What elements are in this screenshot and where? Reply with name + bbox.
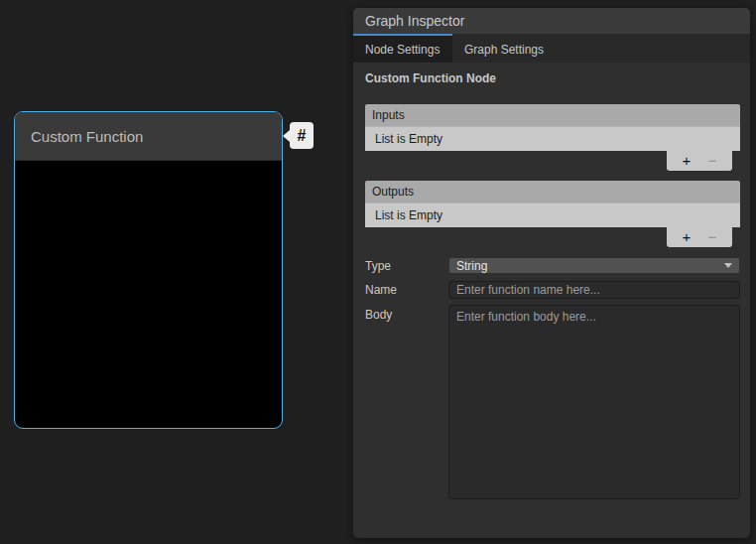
function-body-textarea[interactable] [448,305,740,499]
hash-icon: # [298,127,307,145]
function-name-input[interactable] [448,281,740,299]
tab-graph-settings-label: Graph Settings [464,43,544,57]
inputs-list-footer-row: + − [365,151,740,171]
inputs-list: Inputs List is Empty + − [365,104,740,171]
type-dropdown[interactable]: String [448,257,740,274]
body-label: Body [365,308,448,322]
type-label: Type [365,259,448,273]
inputs-empty-label: List is Empty [375,132,442,146]
tab-node-settings-label: Node Settings [365,43,440,57]
tab-graph-settings[interactable]: Graph Settings [452,34,556,63]
node-title: Custom Function [31,128,143,145]
outputs-add-button[interactable]: + [674,227,699,247]
custom-function-node[interactable]: Custom Function [14,111,283,429]
inputs-remove-button[interactable]: − [699,151,725,171]
inspector-header[interactable]: Graph Inspector [353,8,750,34]
outputs-list-header: Outputs [365,181,740,203]
outputs-list-footer-row: + − [365,227,740,247]
node-hash-badge-button[interactable]: # [290,122,314,149]
outputs-list-footer: + − [667,227,732,247]
dropdown-arrow-icon [724,263,732,268]
badge-tail-pointer-icon [283,130,290,142]
inputs-list-empty-row: List is Empty [365,126,740,151]
body-field-row: Body [365,305,740,499]
type-field-row: Type String [365,257,740,274]
inspector-tab-bar: Node Settings Graph Settings [353,34,750,63]
inspector-content: Custom Function Node Inputs List is Empt… [353,71,750,499]
name-label: Name [365,283,448,297]
outputs-remove-button[interactable]: − [699,227,725,247]
node-title-bar[interactable]: Custom Function [15,112,282,161]
inputs-add-button[interactable]: + [674,151,699,171]
inputs-list-footer: + − [667,151,732,171]
inputs-list-header-label: Inputs [372,108,405,122]
tab-node-settings[interactable]: Node Settings [353,34,452,63]
outputs-list-empty-row: List is Empty [365,203,740,227]
section-title: Custom Function Node [365,71,740,85]
outputs-empty-label: List is Empty [375,208,442,222]
graph-inspector-panel: Graph Inspector Node Settings Graph Sett… [353,8,750,538]
type-dropdown-value: String [456,259,487,273]
outputs-list: Outputs List is Empty + − [365,181,740,247]
name-field-row: Name [365,281,740,299]
inspector-title: Graph Inspector [365,13,464,29]
outputs-list-header-label: Outputs [372,185,414,199]
inputs-list-header: Inputs [365,104,740,126]
